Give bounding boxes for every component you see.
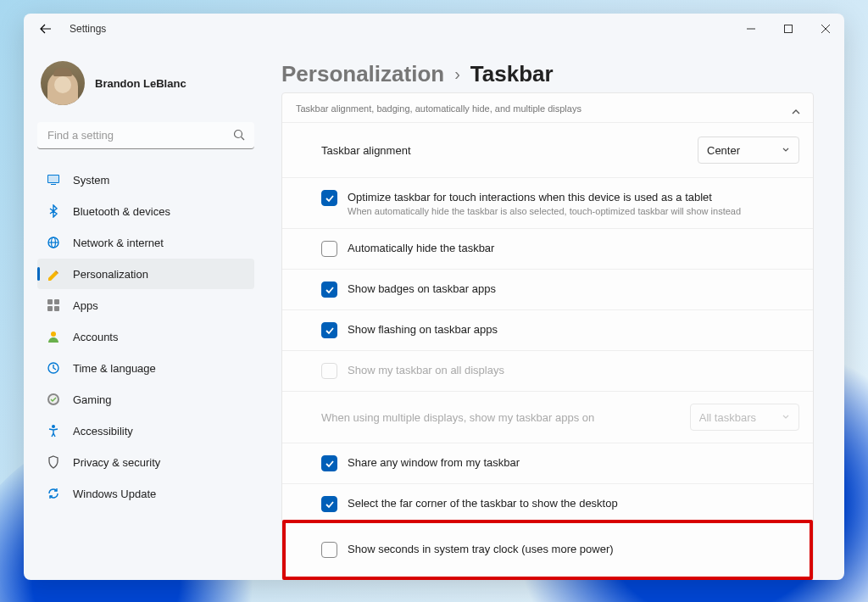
- nav-update[interactable]: Windows Update: [37, 478, 254, 509]
- nav-apps[interactable]: Apps: [37, 290, 254, 321]
- farcorner-label: Select the far corner of the taskbar to …: [348, 497, 799, 510]
- badges-checkbox[interactable]: [321, 281, 337, 298]
- privacy-icon: [46, 454, 61, 470]
- flashing-label: Show flashing on taskbar apps: [348, 323, 799, 336]
- search-icon: [233, 129, 246, 145]
- dropdown-value: All taskbars: [699, 411, 756, 424]
- svg-line-5: [242, 137, 245, 141]
- chevron-up-icon[interactable]: [791, 105, 801, 120]
- nav-label: Gaming: [73, 393, 112, 406]
- nav-bluetooth[interactable]: Bluetooth & devices: [37, 196, 254, 226]
- farcorner-checkbox[interactable]: [321, 496, 337, 512]
- touch-row: Optimize taskbar for touch interactions …: [282, 177, 813, 228]
- update-icon: [46, 486, 61, 501]
- nav-accessibility[interactable]: Accessibility: [37, 415, 254, 446]
- chevron-down-icon: [782, 146, 790, 154]
- badges-row: Show badges on taskbar apps: [282, 269, 813, 309]
- alldisplays-checkbox: [321, 363, 337, 379]
- user-name: Brandon LeBlanc: [95, 77, 186, 90]
- minimize-button[interactable]: [732, 14, 770, 44]
- svg-point-20: [52, 425, 55, 428]
- maximize-button[interactable]: [770, 14, 807, 44]
- back-button[interactable]: [36, 19, 56, 39]
- nav-label: Accessibility: [73, 425, 133, 438]
- apps-icon: [46, 298, 61, 313]
- autohide-checkbox[interactable]: [321, 241, 337, 257]
- svg-rect-8: [51, 184, 56, 185]
- nav-accounts[interactable]: Accounts: [37, 321, 254, 352]
- seconds-row: Show seconds in system tray clock (uses …: [286, 523, 810, 577]
- multidisp-label: When using multiple displays, show my ta…: [321, 411, 690, 424]
- shareany-label: Share any window from my taskbar: [348, 456, 799, 469]
- nav-label: Bluetooth & devices: [73, 205, 170, 218]
- card-header[interactable]: Taskbar behaviors Taskbar alignment, bad…: [282, 93, 813, 122]
- app-title: Settings: [70, 23, 106, 35]
- accessibility-icon: [46, 423, 61, 438]
- taskbar-behaviors-card: Taskbar behaviors Taskbar alignment, bad…: [281, 92, 814, 580]
- badges-label: Show badges on taskbar apps: [348, 282, 799, 295]
- multidisp-row: When using multiple displays, show my ta…: [282, 391, 813, 443]
- highlight-annotation: Show seconds in system tray clock (uses …: [282, 520, 813, 580]
- alldisplays-label: Show my taskbar on all displays: [348, 364, 799, 376]
- breadcrumb-parent[interactable]: Personalization: [281, 61, 444, 87]
- flashing-row: Show flashing on taskbar apps: [282, 309, 813, 350]
- alignment-label: Taskbar alignment: [321, 144, 698, 157]
- nav-label: Windows Update: [73, 488, 156, 500]
- main-content: Personalization › Taskbar Taskbar behavi…: [264, 44, 844, 580]
- touch-checkbox[interactable]: [321, 190, 337, 206]
- breadcrumb-current: Taskbar: [470, 61, 554, 87]
- autohide-row: Automatically hide the taskbar: [282, 228, 813, 269]
- section-subtitle: Taskbar alignment, badging, automaticall…: [296, 103, 799, 114]
- nav-system[interactable]: System: [37, 164, 254, 195]
- svg-rect-14: [47, 306, 53, 311]
- svg-rect-13: [54, 299, 59, 304]
- svg-rect-7: [48, 176, 58, 182]
- system-icon: [46, 172, 61, 187]
- multidisp-dropdown: All taskbars: [690, 404, 799, 431]
- alignment-dropdown[interactable]: Center: [698, 137, 799, 164]
- chevron-down-icon: [782, 413, 790, 421]
- nav-label: Accounts: [73, 331, 118, 343]
- nav-label: System: [73, 174, 109, 187]
- nav-label: Personalization: [73, 268, 148, 281]
- dropdown-value: Center: [707, 144, 740, 157]
- search-input[interactable]: [37, 122, 254, 149]
- nav-time[interactable]: Time & language: [37, 353, 254, 383]
- bluetooth-icon: [46, 203, 61, 219]
- svg-rect-1: [785, 25, 793, 33]
- nav-gaming[interactable]: Gaming: [37, 384, 254, 415]
- profile[interactable]: Brandon LeBlanc: [37, 58, 254, 122]
- time-icon: [46, 360, 61, 376]
- nav-network[interactable]: Network & internet: [37, 227, 254, 258]
- alldisplays-row: Show my taskbar on all displays: [282, 350, 813, 391]
- nav-label: Apps: [73, 299, 98, 312]
- touch-label: Optimize taskbar for touch interactions …: [348, 191, 799, 203]
- nav-personalization[interactable]: Personalization: [37, 259, 254, 289]
- nav-label: Network & internet: [73, 237, 164, 249]
- svg-rect-15: [54, 306, 59, 311]
- shareany-row: Share any window from my taskbar: [282, 443, 813, 483]
- seconds-label: Show seconds in system tray clock (uses …: [348, 543, 796, 555]
- nav-list: System Bluetooth & devices Network & int…: [37, 164, 254, 509]
- titlebar: Settings: [24, 14, 844, 44]
- svg-point-19: [49, 395, 58, 404]
- sidebar: Brandon LeBlanc System Bluetooth & devic…: [24, 44, 264, 580]
- close-button[interactable]: [807, 14, 844, 44]
- chevron-right-icon: ›: [454, 64, 460, 84]
- accounts-icon: [46, 329, 61, 344]
- gaming-icon: [46, 392, 61, 407]
- autohide-label: Automatically hide the taskbar: [348, 242, 799, 254]
- farcorner-row: Select the far corner of the taskbar to …: [282, 483, 813, 521]
- breadcrumb: Personalization › Taskbar: [281, 61, 814, 87]
- svg-rect-12: [47, 299, 53, 304]
- personalization-icon: [46, 266, 61, 281]
- nav-privacy[interactable]: Privacy & security: [37, 447, 254, 477]
- nav-label: Privacy & security: [73, 456, 160, 469]
- shareany-checkbox[interactable]: [321, 455, 337, 471]
- alignment-row: Taskbar alignment Center: [282, 122, 813, 177]
- flashing-checkbox[interactable]: [321, 322, 337, 338]
- nav-label: Time & language: [73, 362, 156, 375]
- settings-window: Settings Brandon LeBlanc System Bluetoot…: [24, 14, 844, 580]
- svg-point-16: [51, 332, 56, 337]
- seconds-checkbox[interactable]: [321, 542, 337, 558]
